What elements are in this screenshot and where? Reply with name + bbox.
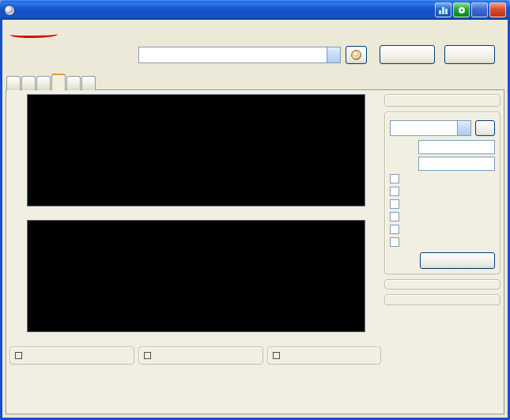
tab-disc-info[interactable] bbox=[36, 76, 51, 90]
checkbox-show-write-speed: ✓ bbox=[390, 236, 495, 247]
jitter-panel bbox=[267, 346, 381, 365]
jitter-chart-right-axis bbox=[365, 220, 380, 332]
side-panel: ✓ ✓ ✓ ✓ ✓ ✓ bbox=[384, 94, 501, 411]
start-button[interactable] bbox=[380, 45, 435, 64]
menu-help[interactable] bbox=[37, 26, 48, 29]
progress-group bbox=[384, 294, 501, 305]
settings-group: ✓ ✓ ✓ ✓ ✓ ✓ bbox=[384, 112, 501, 274]
tab-create-disc[interactable] bbox=[21, 76, 36, 90]
checkbox-box[interactable]: ✓ bbox=[390, 225, 399, 234]
minimize-button[interactable] bbox=[471, 2, 488, 17]
titlebar bbox=[0, 0, 510, 20]
tabstrip bbox=[2, 74, 508, 90]
jitter-chart-left-axis bbox=[9, 220, 27, 332]
checkbox-show-c1-pie[interactable]: ✓ bbox=[390, 186, 495, 196]
logo-swoosh bbox=[10, 34, 58, 38]
pie-chart-left-axis bbox=[9, 94, 27, 206]
refresh-button[interactable] bbox=[475, 120, 495, 136]
chart-view-button[interactable] bbox=[435, 2, 451, 17]
drive-select-value bbox=[139, 47, 327, 62]
charts-area bbox=[9, 94, 381, 411]
pi-failures-panel bbox=[138, 346, 263, 365]
jitter-chart-x-axis bbox=[27, 332, 365, 342]
jitter-chart-row bbox=[9, 220, 381, 332]
quality-score-group bbox=[384, 279, 501, 289]
window-body: ✓ ✓ ✓ ✓ ✓ ✓ bbox=[0, 20, 510, 420]
checkbox-box[interactable]: ✓ bbox=[390, 212, 399, 221]
disc-view-button[interactable] bbox=[453, 2, 470, 17]
titlebar-buttons bbox=[435, 2, 506, 17]
pi-errors-panel bbox=[9, 346, 134, 365]
menu-file[interactable] bbox=[4, 26, 15, 29]
tab-scandisc[interactable] bbox=[66, 76, 81, 90]
jitter-color-chip bbox=[273, 352, 280, 359]
checkbox-box: ✓ bbox=[390, 237, 399, 247]
pie-chart-svg bbox=[28, 95, 365, 206]
start-field[interactable] bbox=[418, 140, 495, 154]
checkbox-quick-scan[interactable]: ✓ bbox=[390, 173, 495, 184]
disc-quality-page: ✓ ✓ ✓ ✓ ✓ ✓ bbox=[6, 89, 504, 414]
drive-select-arrow[interactable] bbox=[327, 47, 340, 62]
pi-errors-color-chip bbox=[15, 352, 22, 359]
disc-icon bbox=[459, 7, 465, 13]
toolbar bbox=[2, 35, 508, 74]
speed-select-value bbox=[391, 121, 457, 135]
menu-extra[interactable] bbox=[26, 26, 37, 29]
speed-select-arrow[interactable] bbox=[457, 121, 470, 135]
jitter-chart-svg bbox=[28, 221, 365, 331]
close-button[interactable] bbox=[489, 2, 506, 17]
app-icon bbox=[4, 5, 15, 16]
app-window: ✓ ✓ ✓ ✓ ✓ ✓ bbox=[0, 0, 510, 420]
pi-failures-color-chip bbox=[144, 352, 151, 359]
pie-chart bbox=[27, 94, 365, 206]
advanced-button[interactable] bbox=[420, 252, 495, 269]
stats-row bbox=[9, 346, 381, 365]
tab-ta-jitter[interactable] bbox=[81, 76, 96, 90]
nero-logo bbox=[10, 36, 58, 39]
end-field[interactable] bbox=[418, 157, 495, 171]
checkbox-box[interactable]: ✓ bbox=[390, 199, 399, 209]
pie-chart-row bbox=[9, 94, 381, 206]
speed-select[interactable] bbox=[390, 120, 471, 136]
drive-tool-button[interactable] bbox=[346, 46, 367, 64]
checkbox-show-read-speed[interactable]: ✓ bbox=[390, 224, 495, 234]
drive-select[interactable] bbox=[138, 47, 341, 63]
checkbox-show-c2-pif[interactable]: ✓ bbox=[390, 199, 495, 209]
pie-chart-right-axis bbox=[365, 94, 380, 206]
pie-chart-x-axis bbox=[27, 206, 365, 217]
exit-button[interactable] bbox=[444, 45, 495, 64]
checkbox-box[interactable]: ✓ bbox=[390, 187, 399, 196]
tab-disc-quality[interactable] bbox=[51, 74, 66, 90]
menu-run-test[interactable] bbox=[15, 26, 26, 29]
checkbox-show-jitter[interactable]: ✓ bbox=[390, 211, 495, 221]
jitter-chart bbox=[27, 220, 365, 332]
disc-info-group bbox=[384, 94, 501, 107]
menubar bbox=[2, 20, 508, 35]
cd-icon bbox=[351, 50, 361, 60]
tab-benchmark[interactable] bbox=[6, 76, 21, 90]
checkbox-box[interactable]: ✓ bbox=[390, 174, 399, 184]
